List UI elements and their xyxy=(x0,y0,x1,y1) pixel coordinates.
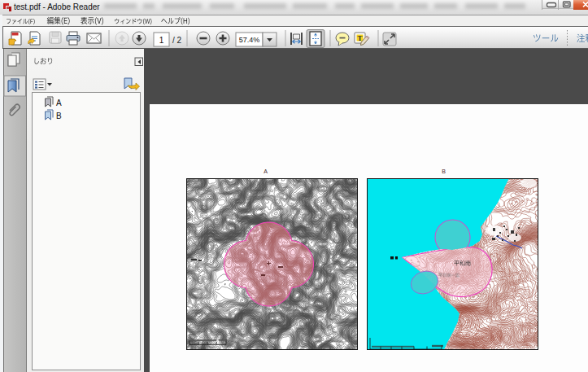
svg-text:57.4%: 57.4% xyxy=(239,36,260,44)
svg-text:/ 2: / 2 xyxy=(172,36,182,45)
svg-text:1: 1 xyxy=(159,36,164,45)
svg-text:A: A xyxy=(56,98,62,107)
svg-text:B: B xyxy=(56,112,62,120)
svg-text:T: T xyxy=(357,34,362,42)
